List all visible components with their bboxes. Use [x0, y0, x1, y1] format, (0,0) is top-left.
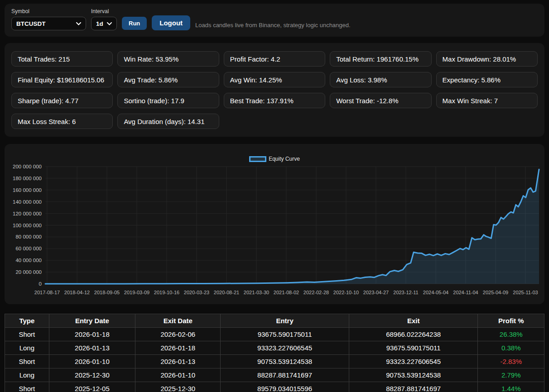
- table-row: Short2025-12-052025-12-3089579.034015596…: [5, 382, 544, 392]
- profit-cell: 26.38%: [478, 328, 544, 341]
- profit-cell: 2.79%: [478, 368, 544, 382]
- table-row: Short2026-01-182026-02-0693675.590175011…: [5, 328, 544, 341]
- table-row: Short2026-01-102026-01-1390753.539124538…: [5, 355, 544, 368]
- svg-text:2022-10-10: 2022-10-10: [333, 290, 359, 295]
- trades-table: TypeEntry DateExit DateEntryExitProfit %…: [5, 314, 544, 392]
- table-row: Long2026-01-132026-01-1893323.2276065459…: [5, 341, 544, 355]
- table-cell: Long: [5, 368, 49, 382]
- svg-text:2022-02-28: 2022-02-28: [303, 290, 329, 295]
- interval-select[interactable]: 1d: [91, 17, 117, 30]
- svg-text:2021-08-02: 2021-08-02: [274, 290, 299, 295]
- table-cell: 2025-12-05: [49, 382, 135, 392]
- table-cell: 2026-01-18: [135, 341, 221, 355]
- table-cell: 93675.590175011: [221, 328, 349, 341]
- binance-note: Loads candles live from Binance, strateg…: [195, 22, 351, 30]
- table-cell: 2025-12-30: [135, 382, 221, 392]
- equity-chart-panel: Equity Curve 020 000 00040 000 00060 000…: [5, 144, 544, 304]
- table-cell: 2026-01-10: [49, 355, 135, 368]
- stat-card: Win Rate: 53.95%: [117, 51, 219, 67]
- svg-text:2020-03-23: 2020-03-23: [184, 290, 209, 295]
- svg-text:2023-04-27: 2023-04-27: [363, 290, 389, 295]
- svg-text:200 000 000: 200 000 000: [13, 164, 42, 169]
- svg-text:80 000 000: 80 000 000: [15, 234, 42, 239]
- svg-text:2019-10-16: 2019-10-16: [154, 290, 179, 295]
- svg-text:2017-08-17: 2017-08-17: [34, 290, 60, 295]
- column-header: Entry: [221, 314, 349, 328]
- svg-text:40 000 000: 40 000 000: [15, 258, 42, 263]
- table-cell: 2026-01-13: [49, 341, 135, 355]
- profit-cell: 0.38%: [478, 341, 544, 355]
- table-cell: 93675.590175011: [349, 341, 478, 355]
- svg-text:2021-03-30: 2021-03-30: [244, 290, 269, 295]
- svg-text:120 000 000: 120 000 000: [13, 211, 42, 216]
- svg-text:140 000 000: 140 000 000: [13, 199, 42, 205]
- trades-table-header: TypeEntry DateExit DateEntryExitProfit %: [5, 314, 544, 328]
- stat-card: Total Trades: 215: [11, 51, 113, 67]
- svg-text:2025-04-09: 2025-04-09: [483, 290, 508, 295]
- stats-panel: Total Trades: 215Win Rate: 53.95%Profit …: [5, 43, 544, 137]
- stat-card: Avg Duration (days): 14.31: [117, 114, 219, 129]
- run-button[interactable]: Run: [122, 17, 147, 30]
- equity-curve-chart: 020 000 00040 000 00060 000 00080 000 00…: [5, 144, 544, 304]
- equity-area-fill: [45, 169, 539, 284]
- stat-card: Total Return: 1961760.15%: [330, 51, 431, 67]
- svg-text:60 000 000: 60 000 000: [15, 246, 42, 251]
- svg-text:2020-08-21: 2020-08-21: [214, 290, 239, 295]
- table-cell: 2026-01-13: [135, 355, 221, 368]
- column-header: Entry Date: [49, 314, 135, 328]
- svg-text:2023-12-11: 2023-12-11: [393, 290, 418, 295]
- stat-card: Expectancy: 5.86%: [436, 72, 538, 87]
- svg-text:20 000 000: 20 000 000: [15, 269, 42, 275]
- legend-swatch: [249, 156, 266, 162]
- stat-card: Sortino (trade): 17.9: [117, 93, 219, 108]
- table-cell: Short: [5, 382, 49, 392]
- table-cell: Long: [5, 341, 49, 355]
- stat-card: Avg Trade: 5.86%: [117, 72, 219, 87]
- symbol-select-value: BTCUSDT: [16, 20, 46, 27]
- table-cell: 2026-02-06: [135, 328, 221, 341]
- svg-text:2019-03-09: 2019-03-09: [124, 290, 149, 295]
- interval-field-group: Interval 1d: [91, 8, 117, 30]
- table-cell: 90753.539124538: [221, 355, 349, 368]
- table-cell: Short: [5, 355, 49, 368]
- stat-card: Final Equity: $196186015.06: [11, 72, 113, 87]
- column-header: Type: [5, 314, 49, 328]
- column-header: Profit %: [478, 314, 544, 328]
- table-cell: 89579.034015596: [221, 382, 349, 392]
- svg-text:2024-05-04: 2024-05-04: [423, 290, 448, 295]
- x-axis-labels: 2017-08-172018-04-122018-09-052019-03-09…: [34, 290, 538, 295]
- svg-text:2018-04-12: 2018-04-12: [64, 290, 90, 295]
- chart-legend[interactable]: Equity Curve: [5, 156, 544, 162]
- table-cell: 88287.881741697: [349, 382, 478, 392]
- stat-card: Worst Trade: -12.8%: [330, 93, 431, 108]
- stat-card: Sharpe (trade): 4.77: [11, 93, 113, 108]
- svg-text:180 000 000: 180 000 000: [13, 176, 42, 181]
- stat-card: Avg Win: 14.25%: [224, 72, 325, 87]
- symbol-field-group: Symbol BTCUSDT: [11, 8, 86, 30]
- table-cell: 93323.227606545: [349, 355, 478, 368]
- y-axis-labels: 020 000 00040 000 00060 000 00080 000 00…: [13, 164, 42, 287]
- table-cell: 88287.881741697: [221, 368, 349, 382]
- symbol-label: Symbol: [11, 8, 86, 14]
- table-cell: Short: [5, 328, 49, 341]
- table-cell: 2025-12-30: [49, 368, 135, 382]
- svg-text:160 000 000: 160 000 000: [13, 187, 42, 193]
- stat-card: Max Loss Streak: 6: [11, 114, 113, 129]
- table-cell: 90753.539124538: [349, 368, 478, 382]
- table-row: Long2025-12-302026-01-1088287.8817416979…: [5, 368, 544, 382]
- stat-card: Max Win Streak: 7: [436, 93, 538, 108]
- column-header: Exit Date: [135, 314, 221, 328]
- logout-button[interactable]: Logout: [152, 15, 190, 30]
- interval-select-value: 1d: [96, 20, 103, 27]
- profit-cell: 1.44%: [478, 382, 544, 392]
- svg-text:0: 0: [39, 281, 42, 287]
- interval-label: Interval: [91, 8, 117, 14]
- top-toolbar: Symbol BTCUSDT Interval 1d Run Logout Lo…: [5, 4, 544, 37]
- table-cell: 2026-01-18: [49, 328, 135, 341]
- chevron-down-icon: [76, 22, 81, 25]
- legend-label: Equity Curve: [269, 156, 300, 162]
- symbol-select[interactable]: BTCUSDT: [11, 17, 86, 30]
- svg-text:2025-11-03: 2025-11-03: [513, 290, 538, 295]
- stat-card: Best Trade: 137.91%: [224, 93, 325, 108]
- stat-card: Profit Factor: 4.2: [224, 51, 325, 67]
